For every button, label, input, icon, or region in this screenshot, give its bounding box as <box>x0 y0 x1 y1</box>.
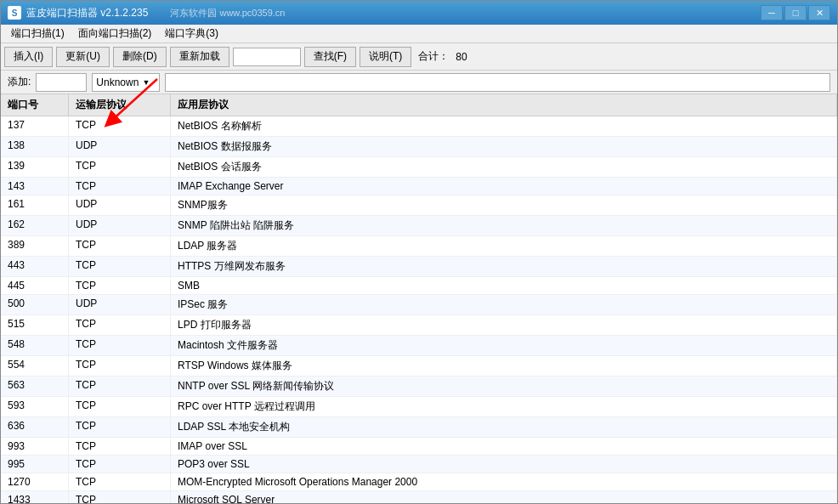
port-input[interactable] <box>36 73 87 92</box>
cell-transport: UDP <box>69 195 171 215</box>
cell-transport: TCP <box>69 157 171 177</box>
cell-port: 1270 <box>1 473 69 490</box>
update-button[interactable]: 更新(U) <box>56 47 110 67</box>
cell-application: NNTP over SSL 网络新闻传输协议 <box>171 377 837 396</box>
cell-transport: TCP <box>69 473 171 490</box>
cell-application: SNMP 陷阱出站 陷阱服务 <box>171 216 837 235</box>
cell-port: 161 <box>1 195 69 215</box>
title-bar-left: S 蓝皮端口扫描器 v2.1.2.235 河东软件园 www.pc0359.cn <box>8 6 286 20</box>
cell-transport: UDP <box>69 137 171 156</box>
close-button[interactable]: ✕ <box>808 5 830 20</box>
maximize-button[interactable]: □ <box>784 5 807 20</box>
total-value: 80 <box>456 51 467 63</box>
cell-application: SMB <box>171 277 837 294</box>
table-row[interactable]: 593TCPRPC over HTTP 远程过程调用 <box>1 397 837 417</box>
cell-transport: TCP <box>69 356 171 376</box>
menu-directed-scan[interactable]: 面向端口扫描(2) <box>71 25 159 42</box>
toolbar: 插入(I) 更新(U) 删除(D) 重新加载 查找(F) 说明(T) 合计： 8… <box>1 43 837 71</box>
cell-application: NetBIOS 会话服务 <box>171 157 837 177</box>
table-body[interactable]: 137TCPNetBIOS 名称解析138UDPNetBIOS 数据报服务139… <box>1 116 837 503</box>
add-bar: 添加: Unknown ▼ <box>1 71 837 94</box>
cell-port: 162 <box>1 216 69 235</box>
cell-application: Microsoft SQL Server <box>171 491 837 503</box>
table-row[interactable]: 138UDPNetBIOS 数据报服务 <box>1 137 837 157</box>
table-row[interactable]: 636TCPLDAP SSL 本地安全机构 <box>1 417 837 438</box>
total-label: 合计： <box>418 49 449 64</box>
cell-transport: TCP <box>69 257 171 276</box>
cell-application: HTTPS 万维网发布服务 <box>171 257 837 276</box>
cell-application: LDAP SSL 本地安全机构 <box>171 417 837 437</box>
help-button[interactable]: 说明(T) <box>360 47 411 67</box>
cell-transport: UDP <box>69 216 171 235</box>
cell-port: 1433 <box>1 491 69 503</box>
cell-application: SNMP服务 <box>171 195 837 215</box>
cell-application: RTSP Windows 媒体服务 <box>171 356 837 376</box>
cell-application: LPD 打印服务器 <box>171 315 837 335</box>
cell-port: 137 <box>1 116 69 136</box>
cell-transport: TCP <box>69 456 171 473</box>
col-header-application: 应用层协议 <box>171 94 837 116</box>
cell-application: RPC over HTTP 远程过程调用 <box>171 397 837 416</box>
table-row[interactable]: 1270TCPMOM-Encrypted Microsoft Operation… <box>1 473 837 491</box>
table-row[interactable]: 137TCPNetBIOS 名称解析 <box>1 116 837 137</box>
search-button[interactable]: 查找(F) <box>304 47 356 67</box>
cell-transport: TCP <box>69 397 171 416</box>
cell-application: IMAP over SSL <box>171 438 837 455</box>
cell-port: 389 <box>1 236 69 256</box>
protocol-dropdown[interactable]: Unknown ▼ <box>92 73 160 92</box>
table-row[interactable]: 389TCPLDAP 服务器 <box>1 236 837 257</box>
delete-button[interactable]: 删除(D) <box>113 47 167 67</box>
cell-transport: UDP <box>69 295 171 314</box>
table-header: 端口号 运输层协议 应用层协议 <box>1 94 837 116</box>
add-label: 添加: <box>8 75 31 89</box>
cell-transport: TCP <box>69 178 171 195</box>
insert-button[interactable]: 插入(I) <box>4 47 53 67</box>
title-controls: ─ □ ✕ <box>761 5 830 20</box>
table-row[interactable]: 515TCPLPD 打印服务器 <box>1 315 837 336</box>
table-row[interactable]: 995TCPPOP3 over SSL <box>1 456 837 473</box>
table-row[interactable]: 554TCPRTSP Windows 媒体服务 <box>1 356 837 377</box>
menu-port-scan[interactable]: 端口扫描(1) <box>4 25 71 42</box>
cell-transport: TCP <box>69 491 171 503</box>
reload-button[interactable]: 重新加载 <box>170 47 229 67</box>
protocol-dropdown-value: Unknown <box>96 76 139 88</box>
cell-port: 515 <box>1 315 69 335</box>
cell-transport: TCP <box>69 277 171 294</box>
table-row[interactable]: 500UDPIPSec 服务 <box>1 295 837 315</box>
cell-port: 548 <box>1 336 69 355</box>
window-title: 蓝皮端口扫描器 v2.1.2.235 <box>26 6 148 20</box>
cell-application: IPSec 服务 <box>171 295 837 314</box>
table-row[interactable]: 162UDPSNMP 陷阱出站 陷阱服务 <box>1 216 837 236</box>
table-row[interactable]: 548TCPMacintosh 文件服务器 <box>1 336 837 356</box>
cell-transport: TCP <box>69 116 171 136</box>
table-row[interactable]: 993TCPIMAP over SSL <box>1 438 837 456</box>
cell-port: 143 <box>1 178 69 195</box>
table-row[interactable]: 445TCPSMB <box>1 277 837 295</box>
table-row[interactable]: 161UDPSNMP服务 <box>1 195 837 216</box>
dropdown-arrow-icon: ▼ <box>142 78 150 87</box>
search-input[interactable] <box>233 48 301 66</box>
cell-port: 636 <box>1 417 69 437</box>
cell-port: 993 <box>1 438 69 455</box>
watermark: 河东软件园 www.pc0359.cn <box>170 7 285 20</box>
menu-bar: 端口扫描(1) 面向端口扫描(2) 端口字典(3) <box>1 25 837 43</box>
table-row[interactable]: 139TCPNetBIOS 会话服务 <box>1 157 837 178</box>
table-row[interactable]: 563TCPNNTP over SSL 网络新闻传输协议 <box>1 377 837 397</box>
cell-application: NetBIOS 数据报服务 <box>171 137 837 156</box>
description-input[interactable] <box>165 73 830 92</box>
cell-port: 443 <box>1 257 69 276</box>
cell-port: 445 <box>1 277 69 294</box>
col-header-transport: 运输层协议 <box>69 94 171 116</box>
cell-application: MOM-Encrypted Microsoft Operations Manag… <box>171 473 837 490</box>
table-row[interactable]: 143TCPIMAP Exchange Server <box>1 178 837 195</box>
minimize-button[interactable]: ─ <box>761 5 783 20</box>
cell-port: 593 <box>1 397 69 416</box>
table-row[interactable]: 443TCPHTTPS 万维网发布服务 <box>1 257 837 277</box>
cell-transport: TCP <box>69 377 171 396</box>
cell-transport: TCP <box>69 236 171 256</box>
main-window: S 蓝皮端口扫描器 v2.1.2.235 河东软件园 www.pc0359.cn… <box>0 0 838 504</box>
menu-port-dict[interactable]: 端口字典(3) <box>158 25 225 42</box>
cell-port: 500 <box>1 295 69 314</box>
cell-transport: TCP <box>69 438 171 455</box>
table-row[interactable]: 1433TCPMicrosoft SQL Server <box>1 491 837 503</box>
